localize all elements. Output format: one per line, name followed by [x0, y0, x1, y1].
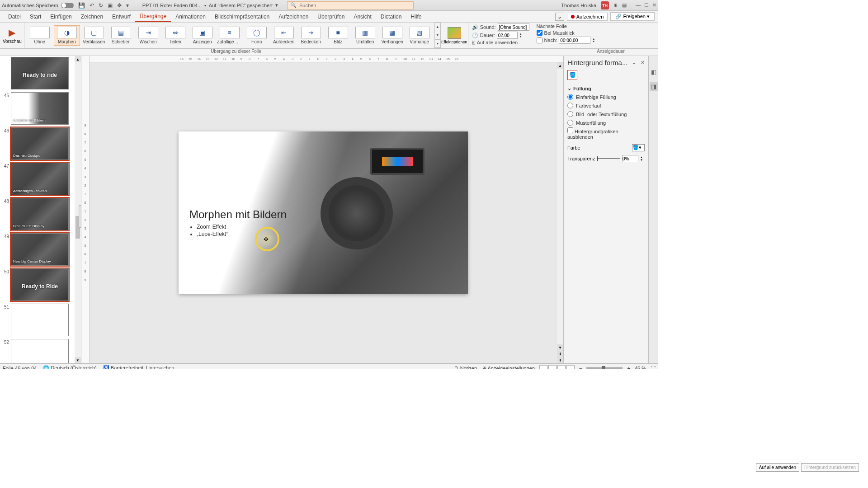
transition-ohne[interactable]: Ohne [27, 26, 53, 45]
display-settings-button[interactable]: 🖥 Anzeigeeinstellungen [481, 366, 535, 369]
ribbon-tab-überprüfen[interactable]: Überprüfen [313, 12, 349, 22]
transition-umfallen[interactable]: ▥Umfallen [352, 26, 378, 45]
slide-thumbnail[interactable]: 52 [1, 339, 72, 363]
effect-options-button[interactable]: Effektoptionen [443, 26, 465, 45]
slide-thumbnail[interactable]: Ready to ride [1, 57, 72, 89]
notes-button[interactable]: 🗒 Notizen [454, 366, 477, 369]
transparency-spinner[interactable]: ▲▼ [640, 156, 645, 161]
save-icon[interactable]: 💾 [78, 2, 85, 9]
qat-more-icon[interactable]: ▾ [126, 2, 129, 9]
ribbon-tab-ansicht[interactable]: Ansicht [349, 12, 376, 22]
gallery-down-icon[interactable]: ▼ [435, 31, 440, 39]
app-mode-icon[interactable]: ▤ [622, 2, 627, 8]
pane-close-icon[interactable]: ✕ [641, 60, 645, 66]
zoom-out-button[interactable]: − [579, 366, 582, 369]
fill-option[interactable]: Bild- oder Texturfüllung [567, 111, 645, 117]
undo-icon[interactable]: ↶ [90, 2, 94, 9]
gallery-scroll[interactable]: ▲ ▼ ▾ [434, 23, 441, 48]
ribbon-tab-animationen[interactable]: Animationen [171, 12, 210, 22]
sorter-view-icon[interactable] [548, 365, 557, 369]
ribbon-tab-einfügen[interactable]: Einfügen [46, 12, 76, 22]
siderail-design-icon[interactable]: ◨ [650, 82, 658, 91]
slide-thumbnail[interactable]: 46Das neu Cockpit [1, 127, 72, 160]
document-title[interactable]: PPT 01 Roter Faden 004... • Auf "diesem … [142, 2, 278, 8]
close-button[interactable]: ✕ [652, 2, 656, 8]
slide-canvas[interactable]: Morphen mit Bildern Zoom-Effekt„Lupe-Eff… [179, 131, 468, 294]
after-spinner[interactable]: ▲▼ [592, 38, 597, 43]
ribbon-tab-hilfe[interactable]: Hilfe [406, 12, 426, 22]
transition-wischen[interactable]: ⇥Wischen [135, 26, 161, 45]
collapse-ribbon-icon[interactable]: ⌄ [555, 13, 564, 21]
transition-anzeigen[interactable]: ▣Anzeigen [189, 26, 216, 45]
transition-aufdecken[interactable]: ⇤Aufdecken [271, 26, 297, 45]
transition-teilen[interactable]: ⇔Teilen [162, 26, 189, 45]
search-input[interactable]: 🔍 Suchen [287, 1, 414, 9]
user-avatar[interactable]: TH [601, 1, 609, 9]
user-name-label[interactable]: Thomas Hruska [561, 3, 596, 8]
transition-blitz[interactable]: ■Blitz [325, 26, 351, 45]
color-picker-button[interactable]: 🪣▾ [632, 144, 645, 151]
transition-morphen[interactable]: ◑Morphen [54, 25, 80, 46]
reading-view-icon[interactable] [557, 365, 566, 369]
ribbon-tab-aufzeichnen[interactable]: Aufzeichnen [274, 12, 313, 22]
ribbon-tab-dictation[interactable]: Dictation [376, 12, 406, 22]
autosave-toggle[interactable]: Automatisches Speichern [2, 3, 74, 8]
ribbon-tab-zeichnen[interactable]: Zeichnen [76, 12, 108, 22]
preview-button[interactable]: ▶ Vorschau [3, 27, 22, 44]
fill-section-header[interactable]: ⌄ Füllung [567, 85, 645, 91]
accessibility-button[interactable]: ♿ Barrierefreiheit: Untersuchen [103, 365, 175, 369]
present-icon[interactable]: ▣ [108, 2, 113, 9]
fill-option[interactable]: Farbverlauf [567, 103, 645, 108]
panel-collapse-handle[interactable] [79, 205, 81, 228]
transition-schieben[interactable]: ▤Schieben [108, 26, 134, 45]
scroll-up-icon[interactable]: ▲ [75, 56, 81, 62]
transition-bedecken[interactable]: ⇥Bedecken [298, 26, 324, 45]
fill-tab-icon[interactable]: 🪣 [567, 70, 577, 80]
on-click-checkbox[interactable] [537, 30, 542, 36]
scroll-down-icon[interactable]: ▼ [75, 357, 81, 363]
transition-verhngen[interactable]: ▦Verhängen [379, 26, 406, 45]
duration-input[interactable] [497, 32, 518, 39]
slide-thumbnail[interactable]: 48Free OLED Display [1, 198, 72, 230]
record-button[interactable]: Aufzeichnen [567, 13, 608, 21]
slide-thumbnail[interactable]: 50Ready to Ride [1, 268, 72, 301]
fit-to-window-button[interactable]: ⛶ [651, 366, 656, 369]
zoom-slider[interactable] [586, 367, 623, 369]
redo-icon[interactable]: ↻ [99, 2, 103, 9]
language-indicator[interactable]: 🌐 Deutsch (Österreich) [43, 365, 97, 369]
gallery-more-icon[interactable]: ▾ [435, 40, 440, 48]
transition-vorhnge[interactable]: ▧Vorhänge [406, 26, 433, 45]
hide-bg-checkbox[interactable] [567, 127, 573, 133]
ribbon-tab-start[interactable]: Start [25, 12, 46, 22]
apply-all-button[interactable]: ⎘ Auf alle anwenden [472, 40, 529, 45]
gallery-up-icon[interactable]: ▲ [435, 23, 440, 31]
slide-thumbnail[interactable]: 45Morphen mit Bildern [1, 92, 72, 125]
pane-options-icon[interactable]: ⌄ [632, 60, 636, 66]
touch-icon[interactable]: ✥ [117, 2, 122, 9]
transition-form[interactable]: ◯Form [244, 26, 270, 45]
transparency-input[interactable] [622, 155, 638, 162]
slideshow-view-icon[interactable] [566, 365, 575, 369]
minimize-button[interactable]: — [636, 2, 641, 8]
duration-spinner[interactable]: ▲▼ [519, 33, 524, 38]
zoom-level[interactable]: 46 % [635, 366, 646, 369]
coming-soon-icon[interactable]: ⊕ [613, 2, 618, 8]
slide-editor[interactable]: 1615141312111098765432101234567891011121… [90, 56, 563, 363]
transition-verblassen[interactable]: ▢Verblassen [81, 26, 107, 45]
view-mode-buttons[interactable] [539, 365, 575, 369]
normal-view-icon[interactable] [539, 365, 547, 369]
editor-scrollbar[interactable]: ▲▼ ⇞⇟ [557, 62, 563, 363]
slide-title-text[interactable]: Morphen mit Bildern [189, 208, 287, 221]
transparency-slider[interactable] [597, 158, 620, 159]
slide-counter[interactable]: Folie 46 von 84 [3, 366, 37, 369]
ribbon-tab-übergänge[interactable]: Übergänge [135, 11, 171, 22]
sound-select[interactable] [498, 23, 529, 31]
ribbon-tab-bildschirmpräsentation[interactable]: Bildschirmpräsentation [210, 12, 274, 22]
fill-option[interactable]: Einfarbige Füllung [567, 94, 645, 100]
share-button[interactable]: 🔗 Freigeben ▾ [610, 12, 655, 21]
slide-thumbnail[interactable]: 47Achteckiges Lenkrad [1, 163, 72, 195]
slide-thumbnail[interactable]: 51 [1, 304, 72, 336]
transition-zuflligeba[interactable]: ≡Zufällige Ba... [217, 26, 243, 45]
after-time-input[interactable] [559, 37, 590, 44]
after-checkbox[interactable] [537, 38, 542, 43]
